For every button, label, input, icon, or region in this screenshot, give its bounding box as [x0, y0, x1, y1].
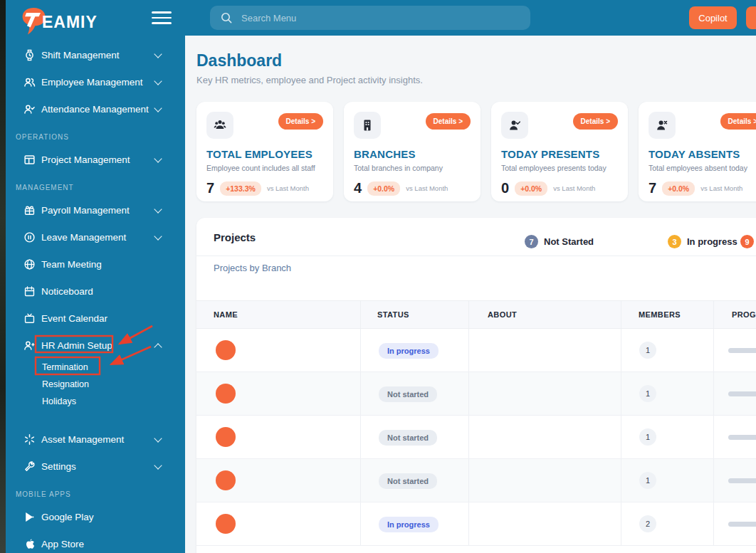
stat-card-subtitle: Total employees presents today [501, 164, 618, 172]
sidebar-item-label: Project Management [41, 154, 130, 165]
sidebar-item-label: Leave Management [41, 232, 126, 243]
delta-badge: +0.0% [515, 181, 547, 196]
delta-badge: +0.0% [662, 181, 695, 196]
sidebar-item-label: Google Play [41, 512, 94, 522]
legend-count-badge: 7 [525, 235, 538, 248]
sidebar-item-team-meeting[interactable]: Team Meeting [6, 251, 185, 278]
search-input[interactable] [241, 13, 498, 23]
delta-note: vs Last Month [553, 184, 595, 192]
members-count-badge: 1 [639, 472, 656, 489]
stat-card-today-presents: Details > TODAY PRESENTS Total employees… [491, 102, 628, 201]
column-header-members: MEMBERS [639, 310, 681, 319]
pause-circle-icon [23, 231, 36, 243]
table-row[interactable]: Not started 1 [196, 459, 756, 502]
sidebar-item-attendance-management[interactable]: Attendance Management [6, 95, 185, 122]
stat-card-title: TOTAL EMPLOYEES [206, 148, 323, 160]
delta-note: vs Last Month [267, 184, 309, 192]
sidebar-item-asset-management[interactable]: Asset Management [6, 426, 185, 453]
sidebar-item-event-calendar[interactable]: Event Calendar [6, 305, 185, 332]
watch-icon [23, 49, 36, 61]
members-count-badge: 1 [639, 385, 656, 402]
project-avatar [216, 514, 236, 534]
status-badge: In progress [379, 343, 439, 359]
members-count-badge: 1 [639, 342, 656, 359]
gift-icon [23, 204, 36, 216]
chevron-down-icon [155, 82, 161, 88]
column-header-progress: PROGRESS [732, 310, 756, 319]
logo[interactable]: EAMIY [20, 6, 112, 35]
legend-not-started: 7 Not Started [525, 235, 594, 248]
project-avatar [216, 384, 236, 404]
main-content: Dashboard Key HR metrics, employee and P… [185, 36, 756, 553]
sidebar-item-settings[interactable]: Settings [6, 453, 185, 480]
person-check-icon [501, 112, 528, 139]
column-header-status: STATUS [377, 310, 409, 319]
details-button[interactable]: Details > [426, 113, 471, 130]
apple-icon [23, 538, 36, 550]
team-icon [206, 112, 233, 139]
delta-note: vs Last Month [700, 184, 742, 192]
projects-title: Projects [214, 231, 256, 243]
sidebar-item-label: Event Calendar [41, 313, 107, 324]
details-button[interactable]: Details > [278, 113, 323, 130]
user-check-icon [23, 103, 36, 115]
table-row[interactable]: Not started 1 [196, 372, 756, 416]
sidebar-item-employee-management[interactable]: Employee Management [6, 68, 185, 95]
progress-bar [728, 391, 756, 396]
search-bar[interactable] [210, 6, 530, 30]
sidebar-item-google-play[interactable]: Google Play [6, 503, 185, 530]
sidebar-item-label: HR Admin Setup [41, 340, 112, 351]
sidebar-item-label: Settings [41, 461, 76, 472]
projects-by-branch-label: Projects by Branch [214, 263, 291, 273]
wrench-icon [23, 460, 36, 473]
sidebar-item-app-store[interactable]: App Store [6, 530, 185, 553]
details-button[interactable]: Details > [573, 113, 618, 130]
users-icon [23, 76, 36, 88]
copilot-button[interactable]: Copilot [689, 6, 737, 29]
sidebar-section-mobile-apps: MOBILE APPS [6, 480, 185, 503]
logo-wordmark: EAMIY [42, 13, 98, 32]
sidebar-section-operations: OPERATIONS [6, 122, 185, 146]
topbar-partial-button[interactable] [746, 6, 756, 29]
details-button[interactable]: Details > [720, 113, 756, 130]
table-row[interactable]: In progress 2 [196, 502, 756, 546]
table-row[interactable]: In progress 1 [196, 329, 756, 372]
table-row[interactable]: Not started 1 [196, 416, 756, 459]
sidebar-item-label: Payroll Management [41, 205, 130, 216]
page-subtitle: Key HR metrics, employee and Project act… [196, 75, 423, 85]
sidebar-item-label: Employee Management [41, 77, 143, 88]
sidebar-item-label: Attendance Management [41, 104, 149, 115]
stat-card-value: 7 [649, 180, 656, 196]
status-badge: Not started [379, 386, 437, 402]
building-icon [354, 112, 381, 139]
play-icon [23, 511, 36, 523]
legend-third: 9 [740, 235, 756, 248]
stat-card-subtitle: Total employees absent today [649, 164, 756, 172]
stat-card-title: BRANCHES [354, 148, 471, 160]
members-count-badge: 1 [639, 428, 656, 446]
sidebar-subitem-holidays[interactable]: Holidays [6, 393, 185, 410]
chevron-down-icon [155, 159, 161, 165]
calendar-icon [23, 285, 36, 297]
sidebar-item-leave-management[interactable]: Leave Management [6, 223, 185, 251]
projects-table: NAME STATUS ABOUT MEMBERS PROGRESS In pr… [196, 300, 756, 546]
sidebar: EAMIY Shift Management Employee Manageme… [6, 0, 185, 553]
sidebar-item-noticeboard[interactable]: Noticeboard [6, 278, 185, 305]
projects-panel: Projects 7 Not Started 3 In progress 9 P… [196, 218, 756, 553]
sidebar-subitem-termination[interactable]: Termination [6, 359, 185, 376]
sidebar-item-payroll-management[interactable]: Payroll Management [6, 196, 185, 223]
delta-badge: +0.0% [367, 181, 400, 196]
sidebar-subitem-label: Holidays [42, 396, 76, 406]
chevron-up-icon [155, 345, 161, 351]
hamburger-menu-icon[interactable] [152, 11, 172, 24]
status-badge: In progress [379, 517, 439, 532]
project-avatar [216, 340, 236, 360]
sidebar-item-project-management[interactable]: Project Management [6, 146, 185, 173]
globe-icon [23, 258, 36, 270]
project-avatar [216, 427, 236, 447]
sidebar-subitem-resignation[interactable]: Resignation [6, 376, 185, 393]
progress-bar [728, 522, 756, 527]
sidebar-item-shift-management[interactable]: Shift Management [6, 41, 185, 68]
members-count-badge: 2 [639, 515, 656, 532]
sidebar-item-hr-admin-setup[interactable]: HR Admin Setup [6, 332, 185, 359]
